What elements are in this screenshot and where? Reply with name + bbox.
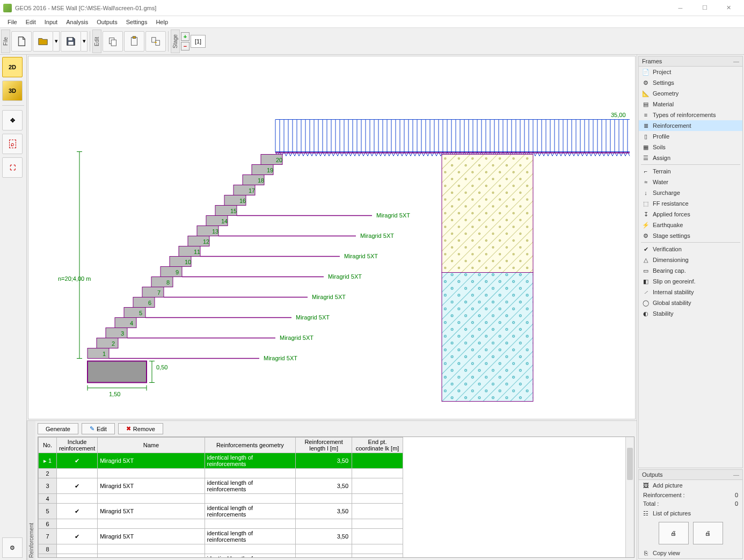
- svg-text:Miragrid 5XT: Miragrid 5XT: [312, 294, 346, 300]
- frame-item-geometry[interactable]: 📐Geometry: [639, 88, 742, 99]
- menu-help[interactable]: Help: [151, 18, 172, 26]
- edit-button[interactable]: ✎Edit: [82, 423, 115, 434]
- svg-text:14: 14: [221, 218, 228, 224]
- col-length[interactable]: Reinforcement length l [m]: [296, 438, 352, 453]
- table-row[interactable]: 9✔Miragrid 5XTidentical length of reinfo…: [39, 554, 403, 558]
- window-title: GEO5 2016 - MSE Wall [C:\MSE-Wall\screen…: [15, 5, 668, 11]
- height-label: n=20;4,00 m: [58, 275, 91, 282]
- transfer-button[interactable]: [145, 31, 166, 52]
- frame-item-label: Bearing cap.: [653, 267, 686, 274]
- table-row[interactable]: 2: [39, 469, 403, 478]
- frame-item-material[interactable]: ▤Material: [639, 99, 742, 110]
- save-file-button[interactable]: [61, 31, 81, 52]
- table-row[interactable]: 7✔Miragrid 5XTidentical length of reinfo…: [39, 529, 403, 544]
- add-picture-icon: 🖼: [642, 482, 650, 489]
- drawing-canvas[interactable]: 35,00 n=20;4,00 m 1234567891011121314151…: [28, 56, 636, 419]
- frame-item-stage-settings[interactable]: ⚙Stage settings: [639, 230, 742, 241]
- open-file-button[interactable]: [33, 31, 53, 52]
- menu-outputs[interactable]: Outputs: [92, 18, 122, 26]
- frame-item-icon: ▤: [642, 100, 650, 108]
- frame-item-icon: ↧: [642, 210, 650, 218]
- zoom-window-button[interactable]: ⌕: [2, 134, 23, 154]
- menu-edit[interactable]: Edit: [21, 18, 40, 26]
- svg-text:Miragrid 5XT: Miragrid 5XT: [344, 253, 378, 259]
- frame-item-applied-forces[interactable]: ↧Applied forces: [639, 209, 742, 220]
- frame-item-icon: ▯: [642, 133, 650, 140]
- frame-item-dimensioning[interactable]: △Dimensioning: [639, 254, 742, 265]
- svg-text:Miragrid 5XT: Miragrid 5XT: [296, 314, 330, 321]
- add-picture-button[interactable]: 🖼Add picture: [639, 480, 742, 491]
- svg-text:18: 18: [258, 177, 264, 184]
- frame-item-soils[interactable]: ▦Soils: [639, 142, 742, 152]
- load-value: 35,00: [611, 112, 626, 118]
- view-2d-button[interactable]: 2D: [2, 57, 23, 77]
- frame-item-verification[interactable]: ✔Verification: [639, 244, 742, 254]
- frame-item-profile[interactable]: ▯Profile: [639, 131, 742, 142]
- stage-tab-1[interactable]: [1]: [191, 35, 206, 48]
- list-pictures-button[interactable]: ☷List of pictures: [639, 508, 742, 519]
- frame-item-slip-on-georeinf-[interactable]: ◧Slip on georeinf.: [639, 276, 742, 287]
- minimize-icon[interactable]: —: [733, 471, 739, 478]
- open-dropdown[interactable]: ▾: [53, 31, 60, 52]
- table-row[interactable]: 5✔Miragrid 5XTidentical length of reinfo…: [39, 504, 403, 519]
- remove-stage-button[interactable]: −: [181, 42, 189, 50]
- frame-item-internal-stability[interactable]: ⟋Internal stability: [639, 287, 742, 297]
- frame-item-bearing-cap-[interactable]: ▭Bearing cap.: [639, 265, 742, 276]
- toolbar: File ▾ ▾ Edit Stage + − [1]: [0, 28, 744, 55]
- table-row[interactable]: 6: [39, 519, 403, 529]
- frame-item-icon: ⬚: [642, 200, 650, 207]
- close-button[interactable]: ✕: [717, 1, 741, 16]
- frame-item-assign[interactable]: ☰Assign: [639, 152, 742, 163]
- new-file-button[interactable]: [11, 31, 32, 52]
- frame-item-label: Verification: [653, 246, 682, 252]
- frame-item-icon: ✔: [642, 245, 650, 253]
- table-row[interactable]: 3✔Miragrid 5XTidentical length of reinfo…: [39, 478, 403, 494]
- maximize-button[interactable]: ☐: [692, 1, 717, 16]
- frame-item-ff-resistance[interactable]: ⬚FF resistance: [639, 198, 742, 209]
- separator: [2, 105, 24, 106]
- menu-analysis[interactable]: Analysis: [62, 18, 92, 26]
- frame-item-terrain[interactable]: ⌐Terrain: [639, 166, 742, 177]
- view-settings-button[interactable]: ⚙: [2, 537, 23, 558]
- add-stage-button[interactable]: +: [181, 32, 189, 41]
- copy-button[interactable]: [103, 31, 123, 52]
- col-name[interactable]: Name: [98, 438, 205, 453]
- frame-item-surcharge[interactable]: ↓Surcharge: [639, 187, 742, 198]
- table-row[interactable]: 8: [39, 544, 403, 554]
- paste-button[interactable]: [124, 31, 144, 52]
- frame-item-global-stability[interactable]: ◯Global stability: [639, 297, 742, 308]
- frame-item-settings[interactable]: ⚙Settings: [639, 77, 742, 88]
- table-row[interactable]: ▸ 1✔Miragrid 5XTidentical length of rein…: [39, 453, 403, 469]
- generate-button[interactable]: Generate: [38, 423, 78, 434]
- frame-item-label: Global stability: [653, 300, 691, 306]
- frame-item-reinforcement[interactable]: ≣Reinforcement: [639, 120, 742, 131]
- menu-settings[interactable]: Settings: [122, 18, 152, 26]
- frame-item-project[interactable]: 📄Project: [639, 67, 742, 77]
- menu-input[interactable]: Input: [40, 18, 62, 26]
- table-row[interactable]: 4: [39, 494, 403, 504]
- print-button-1[interactable]: 🖨: [659, 522, 689, 544]
- copy-view-button[interactable]: ⎘Copy view: [639, 548, 742, 558]
- print-button-2[interactable]: 🖨: [693, 522, 723, 544]
- frame-item-earthquake[interactable]: ⚡Earthquake: [639, 220, 742, 230]
- frame-item-water[interactable]: ≈Water: [639, 177, 742, 187]
- col-no[interactable]: No.: [39, 438, 57, 453]
- save-dropdown[interactable]: ▾: [81, 31, 87, 52]
- minimize-icon[interactable]: —: [733, 58, 739, 64]
- frame-item-stability[interactable]: ◐Stability: [639, 308, 742, 319]
- pan-button[interactable]: ✥: [2, 110, 23, 130]
- frame-item-icon: ⟋: [642, 288, 650, 296]
- col-include[interactable]: Include reinforcement: [56, 438, 97, 453]
- view-3d-button[interactable]: 3D: [2, 81, 23, 101]
- frame-item-label: Stage settings: [653, 232, 690, 239]
- reinforcement-table[interactable]: No. Include reinforcement Name Reinforce…: [38, 437, 634, 558]
- svg-rect-166: [442, 273, 533, 402]
- frame-item-types-of-reinforcements[interactable]: ≡Types of reinforcements: [639, 110, 742, 120]
- menu-file[interactable]: File: [3, 18, 21, 26]
- table-scrollbar[interactable]: [625, 437, 634, 557]
- remove-button[interactable]: ✖Remove: [118, 423, 163, 434]
- col-end[interactable]: End pt. coordinate lk [m]: [352, 438, 403, 453]
- minimize-button[interactable]: ─: [668, 1, 692, 16]
- col-geom[interactable]: Reinforcements geometry: [205, 438, 296, 453]
- zoom-extents-button[interactable]: ⛶: [2, 157, 23, 178]
